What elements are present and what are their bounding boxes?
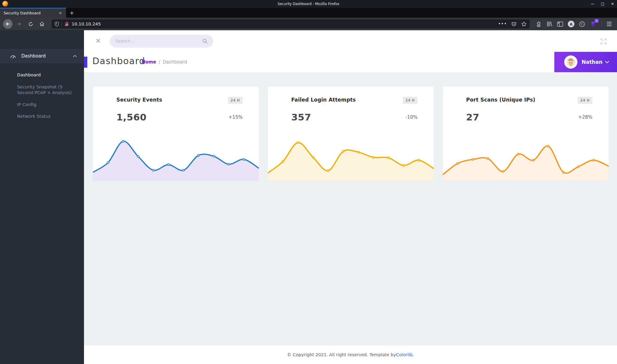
gauge-icon (10, 54, 16, 58)
back-arrow-icon (3, 19, 13, 29)
card-title: Port Scans (Unique IPs) (466, 97, 535, 103)
page-title: Dashboard (92, 56, 145, 66)
breadcrumb-current: Dashboard (163, 59, 187, 65)
sidebar-group-dashboard[interactable]: Dashboard (0, 49, 84, 63)
card-title: Failed Login Attempts (291, 97, 356, 103)
card-delta: -10% (406, 114, 418, 120)
sidebar-item-network-status[interactable]: Network Status (0, 111, 82, 123)
card-delta: +15% (229, 114, 243, 120)
card-value: 1,560 (116, 112, 147, 123)
home-button[interactable] (37, 19, 47, 29)
sidebar-item-security-snapshot[interactable]: Security Snapshot (5 Second PCAP + Analy… (0, 81, 82, 99)
period-badge: 24 H (403, 97, 418, 104)
user-avatar (564, 55, 577, 69)
user-name: Nathan (582, 59, 605, 65)
reload-icon (28, 22, 33, 27)
bookmark-star-icon[interactable] (521, 21, 527, 27)
toolbar-extensions: A 9 (535, 21, 614, 27)
window-close-button[interactable]: ✕ (611, 2, 614, 6)
search-icon[interactable] (202, 38, 208, 44)
toolbar-divider (601, 21, 602, 27)
browser-tab-security-dashboard[interactable]: Security Dashboard ✕ (0, 8, 66, 18)
cookie-extension-icon[interactable] (579, 21, 585, 27)
kpi-cards: Security Events 24 H 1,560 +15% Failed L… (93, 87, 609, 181)
url-bar[interactable]: 10.10.10.245 ••• (52, 19, 530, 28)
url-text: 10.10.10.245 (72, 22, 498, 26)
page-actions-icon[interactable]: ••• (498, 21, 507, 27)
breadcrumb: Home / Dashboard (142, 59, 187, 65)
forward-arrow-icon (16, 21, 22, 27)
sidebar-item-dashboard[interactable]: Dashboard (0, 69, 82, 81)
page-header: Dashboard Home / Dashboard (84, 52, 617, 72)
proxy-extension-button[interactable]: 9 (590, 21, 596, 27)
navigation-toolbar: 10.10.10.245 ••• A 9 (0, 18, 617, 30)
user-menu-button[interactable]: Nathan (554, 52, 617, 72)
home-icon (39, 21, 45, 27)
chevron-up-icon (73, 55, 77, 57)
tracking-shield-icon[interactable] (55, 22, 59, 27)
tab-bar: Security Dashboard ✕ + (0, 8, 617, 18)
sidebar-group-label: Dashboard (21, 53, 73, 59)
copyright-text: © Copyright 2021. All right reserved. Te… (287, 352, 396, 357)
new-tab-button[interactable]: + (66, 8, 78, 18)
pocket-icon[interactable] (511, 21, 517, 27)
tab-close-icon[interactable]: ✕ (58, 10, 63, 16)
colorlib-link[interactable]: Colorlib (396, 352, 412, 357)
firefox-logo-icon (2, 1, 8, 7)
port-scans-chart (443, 136, 609, 181)
card-failed-logins: Failed Login Attempts 24 H 357 -10% (268, 87, 434, 181)
chevron-down-icon (605, 61, 609, 64)
sidebar-item-ip-config[interactable]: IP Config (0, 99, 82, 111)
security-events-chart (93, 136, 259, 181)
fullscreen-expand-icon[interactable] (600, 37, 607, 45)
window-minimize-button[interactable]: — (591, 2, 595, 6)
card-security-events: Security Events 24 H 1,560 +15% (93, 87, 259, 181)
urlbar-divider (61, 21, 62, 27)
card-port-scans: Port Scans (Unique IPs) 24 H 27 +28% (443, 87, 609, 181)
web-page: Dashboard Dashboard Security Snapshot (5… (0, 30, 617, 364)
back-button[interactable] (3, 19, 13, 29)
window-title: Security Dashboard - Mozilla Firefox (0, 2, 617, 6)
copyright-suffix: . (412, 352, 414, 357)
app-sidebar: Dashboard Dashboard Security Snapshot (5… (0, 30, 84, 364)
forward-button[interactable] (14, 19, 24, 29)
reload-button[interactable] (26, 19, 35, 29)
period-badge: 24 H (578, 97, 592, 104)
tab-title: Security Dashboard (4, 11, 58, 15)
extension-badge: 9 (595, 19, 599, 23)
card-delta: +28% (578, 114, 592, 120)
menu-hamburger-icon[interactable] (607, 22, 612, 26)
account-extension-icon[interactable]: A (568, 21, 574, 27)
window-maximize-button[interactable]: □ (601, 2, 604, 6)
breadcrumb-separator: / (159, 59, 160, 65)
firefox-window: Security Dashboard - Mozilla Firefox — □… (0, 0, 617, 364)
save-to-collection-icon[interactable] (536, 21, 542, 27)
breadcrumb-home-link[interactable]: Home (142, 59, 156, 65)
card-value: 357 (291, 112, 311, 123)
card-title: Security Events (116, 97, 162, 103)
failed-logins-chart (268, 136, 434, 181)
page-topbar: ✕ (84, 30, 617, 52)
sidebar-toggle-icon[interactable] (557, 21, 563, 27)
page-footer: © Copyright 2021. All right reserved. Te… (84, 345, 617, 364)
sidebar-submenu: Dashboard Security Snapshot (5 Second PC… (0, 69, 84, 123)
title-accent-bar (84, 57, 87, 68)
dashboard-content: Security Events 24 H 1,560 +15% Failed L… (84, 72, 617, 345)
card-value: 27 (466, 112, 479, 123)
sidebar-collapse-icon[interactable]: ✕ (95, 38, 101, 44)
search-box[interactable] (110, 35, 213, 48)
window-titlebar: Security Dashboard - Mozilla Firefox — □… (0, 0, 617, 8)
library-icon[interactable] (546, 21, 553, 27)
period-badge: 24 H (228, 97, 243, 104)
insecure-lock-icon[interactable] (64, 22, 69, 27)
search-input[interactable] (115, 39, 202, 43)
